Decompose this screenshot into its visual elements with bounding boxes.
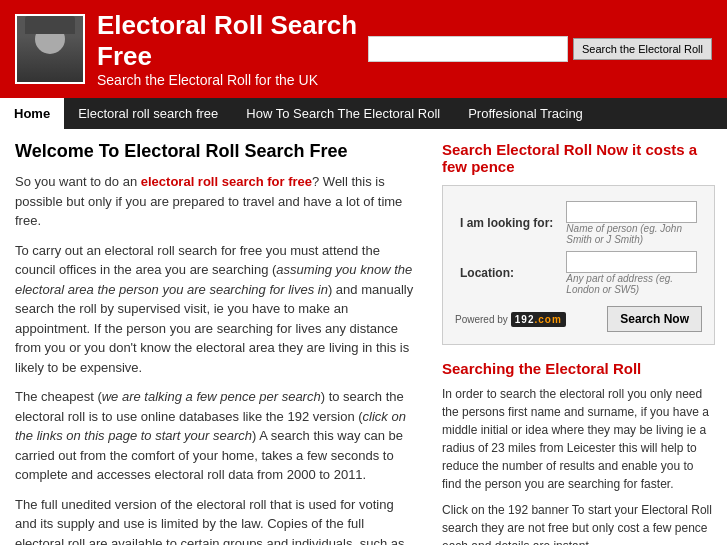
location-row: Location: Any part of address (eg. Londo…	[455, 248, 702, 298]
main-content: Welcome To Electoral Roll Search Free So…	[0, 129, 727, 545]
nav-item-home[interactable]: Home	[0, 98, 64, 129]
highlight-electoral: electoral roll search for free	[141, 174, 312, 189]
nav-item-electoral-search[interactable]: Electoral roll search free	[64, 98, 232, 129]
looking-for-label: I am looking for:	[455, 198, 561, 248]
italic-text-1: assuming you know the electoral area the…	[15, 262, 412, 297]
nav-item-how-to[interactable]: How To Search The Electoral Roll	[232, 98, 454, 129]
powered-by-label: Powered by	[455, 314, 508, 325]
italic-text-3: click on the links on this page to start…	[15, 409, 406, 444]
looking-for-input-cell: Name of person (eg. John Smith or J Smit…	[561, 198, 702, 248]
location-input[interactable]	[566, 251, 697, 273]
site-subtitle: Search the Electoral Roll for the UK	[97, 72, 368, 88]
nav-item-tracing[interactable]: Proffesional Tracing	[454, 98, 597, 129]
searching-p2: Click on the 192 banner To start your El…	[442, 501, 715, 545]
location-hint: Any part of address (eg. London or SW5)	[566, 273, 697, 295]
paragraph-3: The cheapest (we are talking a few pence…	[15, 387, 415, 485]
powered-logo: 192.com	[511, 312, 566, 327]
search-form-table: I am looking for: Name of person (eg. Jo…	[455, 198, 702, 298]
site-logo	[15, 14, 85, 84]
search-widget: I am looking for: Name of person (eg. Jo…	[442, 185, 715, 345]
powered-by: Powered by 192.com	[455, 312, 566, 327]
search-now-button[interactable]: Search Now	[607, 306, 702, 332]
header-titles: Electoral Roll Search Free Search the El…	[97, 10, 368, 88]
paragraph-4: The full unedited version of the elector…	[15, 495, 415, 546]
location-label: Location:	[455, 248, 561, 298]
searching-section: Searching the Electoral Roll In order to…	[442, 360, 715, 545]
main-nav: Home Electoral roll search free How To S…	[0, 98, 727, 129]
main-heading: Welcome To Electoral Roll Search Free	[15, 141, 415, 162]
looking-for-row: I am looking for: Name of person (eg. Jo…	[455, 198, 702, 248]
site-title: Electoral Roll Search Free	[97, 10, 368, 72]
right-column: Search Electoral Roll Now it costs a few…	[430, 129, 727, 545]
location-input-cell: Any part of address (eg. London or SW5)	[561, 248, 702, 298]
header-left: Electoral Roll Search Free Search the El…	[15, 10, 368, 88]
paragraph-1: So you want to do an electoral roll sear…	[15, 172, 415, 231]
right-heading: Search Electoral Roll Now it costs a few…	[442, 141, 715, 175]
italic-text-2: we are talking a few pence per search	[102, 389, 321, 404]
header-search-input[interactable]	[368, 36, 568, 62]
header-search-button[interactable]: Search the Electoral Roll	[573, 38, 712, 60]
looking-for-hint: Name of person (eg. John Smith or J Smit…	[566, 223, 697, 245]
left-column: Welcome To Electoral Roll Search Free So…	[0, 129, 430, 545]
searching-p1: In order to search the electoral roll yo…	[442, 385, 715, 493]
widget-footer: Powered by 192.com Search Now	[455, 306, 702, 332]
header-search-area: Search the Electoral Roll	[368, 36, 712, 62]
paragraph-2: To carry out an electoral roll search fo…	[15, 241, 415, 378]
looking-for-input[interactable]	[566, 201, 697, 223]
site-header: Electoral Roll Search Free Search the El…	[0, 0, 727, 98]
searching-heading: Searching the Electoral Roll	[442, 360, 715, 377]
